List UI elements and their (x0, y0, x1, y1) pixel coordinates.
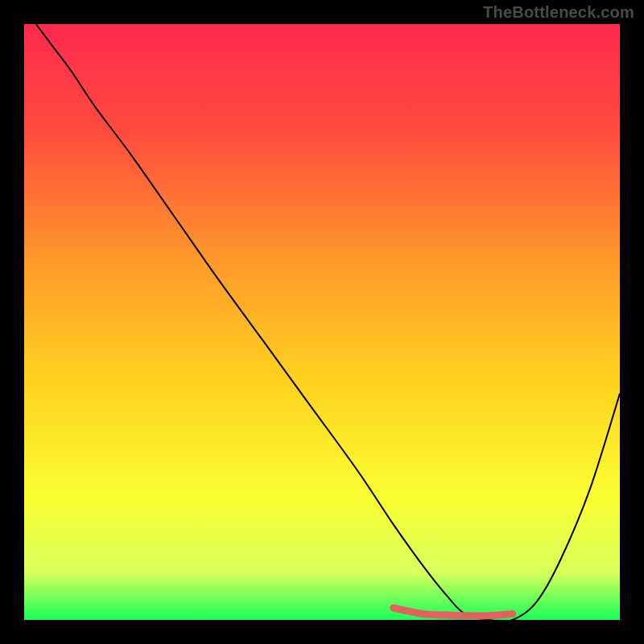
plot-area (24, 24, 620, 620)
watermark-text: TheBottleneck.com (483, 3, 634, 22)
chart-container: TheBottleneck.com (0, 0, 644, 644)
chart-svg (24, 24, 620, 620)
gradient-background (24, 24, 620, 620)
